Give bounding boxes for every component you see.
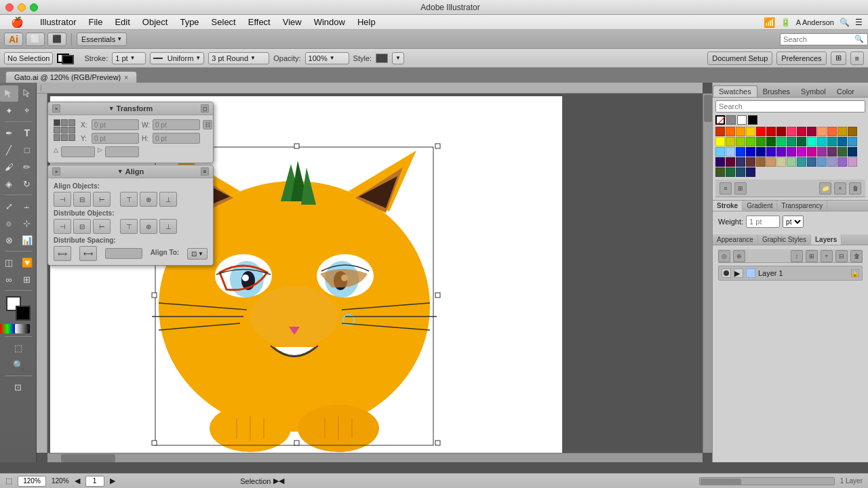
layer-expand-toggle[interactable]: ▶ (734, 268, 743, 278)
align-right-button[interactable]: ⊢ (93, 192, 111, 207)
show-swatch-kinds-icon[interactable]: ⊞ (734, 182, 747, 195)
canvas-area[interactable]: │ (37, 83, 712, 462)
menu-view[interactable]: View (277, 16, 307, 28)
swatch-item[interactable] (848, 127, 857, 136)
swatch-item[interactable] (756, 147, 766, 157)
swatch-item[interactable] (837, 137, 847, 146)
none-swatch[interactable] (715, 115, 725, 125)
swatch-item[interactable] (827, 157, 837, 167)
status-scroll-track[interactable] (699, 477, 835, 485)
align-collapse-icon[interactable]: ▼ (117, 168, 123, 175)
type-tool[interactable]: T (18, 125, 37, 141)
ref-point-tl[interactable] (54, 119, 60, 126)
menu-file[interactable]: File (83, 16, 108, 28)
minimize-button[interactable] (18, 3, 26, 12)
status-play-icon[interactable]: ▶ (273, 476, 279, 485)
transform-collapse-icon[interactable]: ▼ (108, 105, 115, 112)
nav-left-icon[interactable]: ◀ (75, 476, 80, 485)
vertical-scrollbar[interactable] (703, 94, 712, 453)
swatch-item[interactable] (736, 147, 745, 157)
nav-right-icon[interactable]: ▶ (110, 476, 115, 485)
swatch-item[interactable] (797, 127, 806, 136)
swatch-item[interactable] (807, 157, 816, 167)
eraser-tool[interactable]: ◈ (0, 176, 18, 192)
appearance-tab[interactable]: Appearance (713, 235, 758, 245)
new-swatch-icon[interactable]: + (834, 182, 846, 195)
swatch-item[interactable] (746, 127, 755, 136)
swatch-item[interactable] (746, 137, 755, 146)
rect-tool[interactable]: □ (18, 142, 37, 158)
arrangement-button[interactable]: ⬜ (26, 33, 45, 46)
mesh-tool[interactable]: ⊞ (18, 271, 37, 287)
style-dropdown[interactable]: ▼ (392, 52, 404, 64)
document-setup-button[interactable]: Document Setup (707, 52, 772, 65)
align-panel-header[interactable]: × ▼ Align ≡ (48, 165, 213, 178)
align-center-v-button[interactable]: ⊕ (140, 192, 157, 207)
swatches-search-input[interactable] (715, 100, 865, 113)
swatch-item[interactable] (807, 137, 816, 146)
status-prev-icon[interactable]: ◀ (279, 476, 284, 485)
swatch-item[interactable] (715, 147, 725, 157)
dist-center-h-button[interactable]: ⊟ (73, 219, 91, 234)
swatch-item[interactable] (715, 137, 725, 146)
scale-tool[interactable]: ⤢ (0, 198, 18, 214)
color-tab[interactable]: Color (831, 86, 860, 97)
gradient-tab[interactable]: Gradient (743, 201, 777, 211)
swatch-item[interactable] (756, 127, 766, 136)
transform-close-button[interactable]: × (52, 104, 60, 113)
swatch-item[interactable] (817, 137, 827, 146)
search-icon[interactable]: 🔍 (854, 35, 864, 43)
transparency-tab[interactable]: Transparency (777, 201, 827, 211)
swatch-item[interactable] (848, 157, 857, 167)
swatch-item[interactable] (756, 157, 766, 167)
swatch-item[interactable] (726, 137, 735, 146)
align-left-button[interactable]: ⊣ (54, 192, 71, 207)
close-button[interactable] (5, 3, 14, 12)
ref-point-br[interactable] (68, 134, 75, 141)
swatch-item[interactable] (715, 127, 725, 136)
swatch-item[interactable] (827, 137, 837, 146)
dist-top-button[interactable]: ⊤ (120, 219, 138, 234)
stroke-tab[interactable]: Stroke (713, 201, 743, 211)
transform-panel-header[interactable]: × ▼ Transform ◻ (48, 102, 213, 115)
dist-space-h-button[interactable]: ⟺ (54, 246, 71, 261)
dist-left-button[interactable]: ⊣ (54, 219, 71, 234)
vertical-scroll-thumb[interactable] (704, 95, 712, 122)
swatch-item[interactable] (726, 127, 735, 136)
menu-edit[interactable]: Edit (109, 16, 135, 28)
swatch-item[interactable] (766, 127, 776, 136)
ref-point-bc[interactable] (61, 134, 68, 141)
stroke-round-dropdown[interactable]: 3 pt Round ▼ (208, 52, 269, 64)
maximize-button[interactable] (30, 3, 38, 12)
no-selection-dropdown[interactable]: No Selection (4, 52, 53, 64)
spacing-input[interactable] (105, 248, 142, 259)
swatch-item[interactable] (787, 157, 796, 167)
direct-selection-tool[interactable] (18, 85, 37, 102)
swatch-item[interactable] (817, 157, 827, 167)
swatch-item[interactable] (848, 147, 857, 157)
delete-layer-icon[interactable]: 🗑 (850, 250, 863, 262)
zoom-tool[interactable]: 🔍 (9, 357, 27, 373)
new-sublayer-icon[interactable]: ⊟ (835, 250, 848, 262)
page-input[interactable] (85, 476, 104, 487)
menu-help[interactable]: Help (352, 16, 381, 28)
artboard-nav[interactable]: ⊡ (0, 379, 36, 395)
menu-illustrator[interactable]: Illustrator (35, 16, 81, 28)
collect-icon[interactable]: ⊞ (806, 250, 818, 262)
transform-expand-button[interactable]: ◻ (201, 104, 209, 113)
new-color-group-icon[interactable]: 📁 (819, 182, 831, 195)
swatch-item[interactable] (766, 157, 776, 167)
swatch-item[interactable] (807, 147, 816, 157)
color-mode-button[interactable] (0, 324, 15, 333)
essentials-dropdown[interactable]: Essentials ▼ (77, 33, 127, 46)
swatch-item[interactable] (848, 137, 857, 146)
line-tool[interactable]: ╱ (0, 142, 18, 158)
dist-bottom-button[interactable]: ⊥ (159, 219, 177, 234)
swatch-item[interactable] (715, 167, 725, 177)
swatch-item[interactable] (746, 157, 755, 167)
swatch-item[interactable] (736, 137, 745, 146)
shear-tool[interactable]: ⫠ (18, 198, 37, 214)
y-input[interactable] (92, 133, 139, 144)
registration-swatch[interactable] (726, 115, 736, 125)
stroke-weight-field[interactable] (746, 216, 780, 228)
